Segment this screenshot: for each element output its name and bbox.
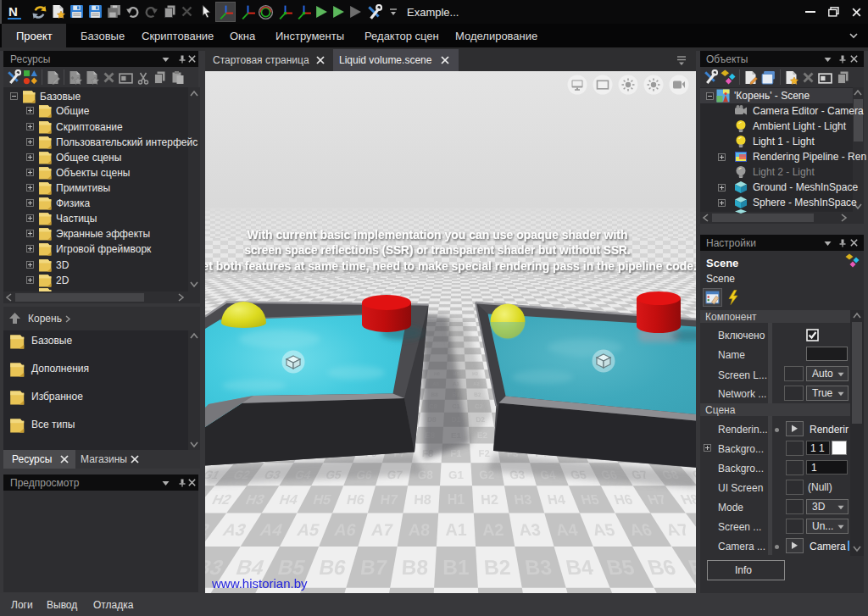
- svg-text:A1: A1: [445, 520, 466, 539]
- svg-text:A7: A7: [370, 520, 394, 539]
- svg-text:H6: H6: [346, 491, 366, 507]
- svg-text:E2: E2: [477, 430, 488, 440]
- svg-text:A6: A6: [333, 520, 358, 539]
- svg-text:To get both features at same t: To get both features at same time, need …: [205, 258, 696, 273]
- svg-text:F2: F2: [478, 448, 490, 458]
- svg-text:H7: H7: [380, 491, 399, 507]
- svg-text:A3: A3: [518, 520, 542, 539]
- svg-text:B1: B1: [442, 556, 469, 579]
- svg-text:www.historian.by: www.historian.by: [211, 576, 308, 591]
- svg-text:H4: H4: [546, 491, 566, 507]
- svg-text:G1: G1: [448, 469, 465, 481]
- svg-text:B2: B2: [483, 556, 511, 579]
- svg-text:H2: H2: [481, 491, 499, 507]
- svg-text:H8: H8: [414, 491, 432, 507]
- svg-text:B4: B4: [564, 556, 595, 579]
- svg-text:A4: A4: [554, 520, 579, 539]
- svg-text:A8: A8: [408, 520, 431, 539]
- svg-text:H1: H1: [448, 491, 465, 507]
- svg-text:screen space reflections (SSR): screen space reflections (SSR) or transp…: [245, 242, 631, 257]
- svg-text:H3: H3: [513, 491, 532, 507]
- svg-text:B6: B6: [317, 556, 348, 579]
- svg-text:B3: B3: [524, 556, 554, 579]
- svg-text:A2: A2: [481, 520, 504, 539]
- svg-text:B8: B8: [401, 556, 429, 579]
- svg-text:With current basic implementat: With current basic implementation you ca…: [248, 227, 628, 241]
- svg-text:B7: B7: [359, 556, 389, 579]
